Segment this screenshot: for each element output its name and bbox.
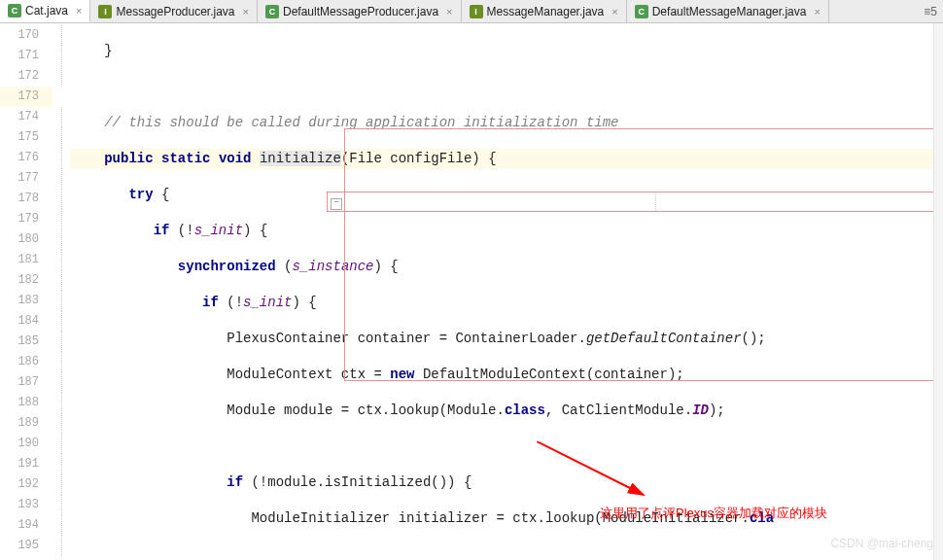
class-icon: C	[265, 5, 279, 18]
code-line: ModuleContext ctx = new DefaultModuleCon…	[70, 365, 943, 385]
code-area[interactable]: } // this should be called during applic…	[70, 23, 943, 560]
code-line: try {	[70, 185, 943, 205]
class-icon: C	[8, 4, 21, 18]
editor-tabs: CCat.java× IMessageProducer.java× CDefau…	[0, 0, 943, 23]
close-icon[interactable]: ×	[608, 6, 617, 18]
tab-label: DefaultMessageManager.java	[652, 5, 807, 18]
tab-label: MessageProducer.java	[116, 5, 234, 18]
fold-gutter[interactable]	[52, 23, 70, 560]
code-line: public static void initialize(File confi…	[70, 149, 943, 169]
tab-cat[interactable]: CCat.java×	[0, 0, 90, 22]
code-line: if (!s_init) {	[70, 293, 943, 313]
tab-label: Cat.java	[25, 4, 68, 18]
tab-label: MessageManager.java	[487, 5, 605, 18]
interface-icon: I	[470, 5, 483, 18]
code-line: PlexusContainer container = ContainerLoa…	[70, 329, 943, 349]
watermark: CSDN @mai-cheng	[830, 537, 933, 550]
code-line	[70, 77, 943, 97]
code-line: }	[70, 41, 943, 61]
code-editor[interactable]: 1701711721731741751761771781791801811821…	[0, 23, 943, 560]
tab-label: DefaultMessageProducer.java	[283, 5, 438, 18]
code-line: synchronized (s_instance) {	[70, 257, 943, 277]
line-gutter: 1701711721731741751761771781791801811821…	[0, 23, 52, 560]
code-line: Module module = ctx.lookup(Module.class,…	[70, 401, 943, 421]
code-line	[70, 437, 943, 457]
close-icon[interactable]: ×	[810, 6, 820, 18]
close-icon[interactable]: ×	[239, 6, 249, 18]
tab-defmsgmanager[interactable]: CDefaultMessageManager.java×	[627, 0, 829, 22]
code-line	[70, 544, 943, 560]
code-line: if (!module.isInitialized()) {	[70, 472, 943, 493]
overview-ruler[interactable]	[933, 23, 943, 560]
interface-icon: I	[98, 5, 112, 18]
close-icon[interactable]: ×	[442, 6, 452, 18]
code-line: if (!s_init) {	[70, 221, 943, 241]
tab-overflow-menu[interactable]: ≡5	[918, 0, 943, 22]
close-icon[interactable]: ×	[72, 5, 82, 17]
tab-msgmanager[interactable]: IMessageManager.java×	[462, 0, 627, 22]
code-line: // this should be called during applicat…	[70, 113, 943, 133]
class-icon: C	[635, 5, 648, 18]
tab-msgproducer[interactable]: IMessageProducer.java×	[90, 0, 258, 22]
annotation-text: 这里用了点评Plexus容器加载对应的模块	[600, 505, 827, 522]
tab-defmsgproducer[interactable]: CDefaultMessageProducer.java×	[258, 0, 462, 22]
